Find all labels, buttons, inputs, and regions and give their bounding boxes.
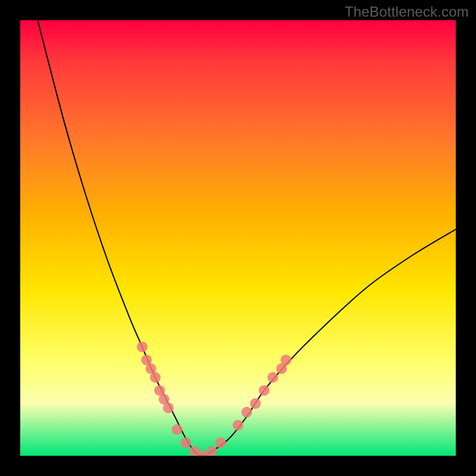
marker-cluster-bottom (172, 424, 226, 456)
marker-point (215, 437, 226, 448)
marker-point (259, 385, 270, 396)
marker-point (250, 398, 261, 409)
marker-point (137, 342, 148, 352)
marker-point (233, 420, 243, 431)
marker-point (242, 407, 252, 418)
marker-point (281, 355, 292, 365)
bottleneck-curve-line (37, 20, 456, 456)
marker-cluster-left (137, 342, 174, 413)
curve-svg (20, 20, 456, 456)
marker-point (268, 372, 278, 383)
marker-point (180, 437, 191, 448)
marker-point (163, 402, 174, 413)
chart-stage: TheBottleneck.com (0, 0, 476, 476)
marker-cluster-right (233, 355, 292, 431)
watermark-text: TheBottleneck.com (345, 4, 469, 20)
marker-point (206, 446, 217, 456)
plot-area (20, 20, 456, 456)
marker-point (150, 372, 161, 383)
marker-point (172, 424, 183, 435)
